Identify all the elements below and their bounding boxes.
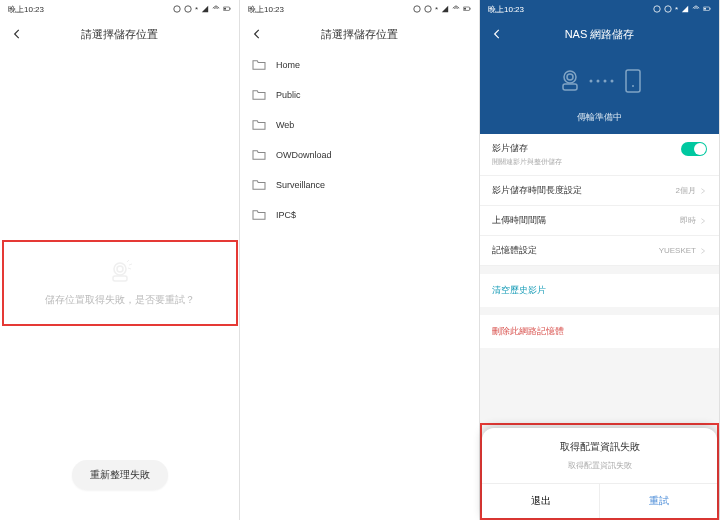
svg-point-19 (567, 74, 573, 80)
refresh-fail-button[interactable]: 重新整理失敗 (72, 460, 168, 490)
sheet-title: 取得配置資訊失敗 (482, 440, 717, 454)
svg-rect-11 (470, 8, 471, 10)
status-bar: 晚上10:23 * (0, 0, 239, 18)
svg-rect-20 (563, 84, 577, 90)
svg-point-14 (665, 6, 671, 12)
status-time: 晚上10:23 (488, 4, 524, 15)
chevron-right-icon (699, 247, 707, 255)
folder-label: OWDownload (276, 150, 332, 160)
folder-label: Public (276, 90, 301, 100)
screen-3-header: 晚上10:23 * NAS 網路儲存 傳輸準備中 (480, 0, 719, 134)
page-title: NAS 網路儲存 (565, 27, 635, 42)
svg-point-6 (117, 266, 123, 272)
svg-point-9 (425, 6, 431, 12)
folder-label: Home (276, 60, 300, 70)
chevron-right-icon (699, 187, 707, 195)
folder-label: Web (276, 120, 294, 130)
setting-label: 影片儲存時間長度設定 (492, 184, 582, 197)
chevron-right-icon (699, 217, 707, 225)
back-button[interactable] (250, 18, 264, 50)
svg-rect-17 (704, 8, 706, 10)
svg-point-0 (174, 6, 180, 12)
setting-label: 影片儲存 (492, 142, 562, 155)
setting-device[interactable]: 記憶體設定 YUESKET (480, 236, 719, 266)
setting-value: YUESKET (659, 246, 696, 255)
dots-icon (588, 78, 618, 84)
title-bar: NAS 網路儲存 (480, 18, 719, 50)
screen-2: 晚上10:23 * 請選擇儲存位置 Home Public Web OWDown… (240, 0, 480, 520)
screen-1-body: 儲存位置取得失敗，是否要重試？ 重新整理失敗 (0, 50, 239, 520)
svg-point-24 (610, 79, 613, 82)
svg-rect-16 (710, 8, 711, 10)
transfer-status: 傳輸準備中 (480, 111, 719, 134)
status-time: 晚上10:23 (248, 4, 284, 15)
status-bar: 晚上10:23 * (240, 0, 479, 18)
status-bar: 晚上10:23 * (480, 0, 719, 18)
svg-point-1 (185, 6, 191, 12)
sheet-subtitle: 取得配置資訊失敗 (482, 460, 717, 471)
clear-history-link[interactable]: 清空歷史影片 (480, 274, 719, 307)
page-title: 請選擇儲存位置 (81, 27, 158, 42)
setting-label: 記憶體設定 (492, 244, 537, 257)
back-button[interactable] (10, 18, 24, 50)
title-bar: 請選擇儲存位置 (240, 18, 479, 50)
setting-subtitle: 開關連影片與整併儲存 (492, 157, 562, 167)
title-bar: 請選擇儲存位置 (0, 18, 239, 50)
svg-rect-25 (626, 70, 640, 92)
bottom-sheet: 取得配置資訊失敗 取得配置資訊失敗 退出 重試 (482, 428, 717, 518)
bottom-sheet-highlight: 取得配置資訊失敗 取得配置資訊失敗 退出 重試 (480, 423, 719, 520)
retry-button[interactable]: 重試 (599, 484, 717, 518)
settings-list: 影片儲存 開關連影片與整併儲存 影片儲存時間長度設定 2個月 上傳時間間隔 即時… (480, 134, 719, 348)
setting-value: 2個月 (676, 185, 696, 196)
svg-point-13 (654, 6, 660, 12)
error-message: 儲存位置取得失敗，是否要重試？ (45, 293, 195, 307)
svg-rect-4 (224, 8, 226, 10)
nas-icon (624, 68, 642, 94)
svg-rect-3 (230, 8, 231, 10)
delete-storage-link[interactable]: 刪除此網路記憶體 (480, 315, 719, 348)
folder-item[interactable]: Surveillance (240, 170, 479, 200)
page-title: 請選擇儲存位置 (321, 27, 398, 42)
setting-label: 上傳時間間隔 (492, 214, 546, 227)
svg-point-23 (603, 79, 606, 82)
exit-button[interactable]: 退出 (482, 484, 599, 518)
camera-illustration (105, 259, 135, 285)
status-icons: * (173, 5, 231, 14)
transfer-illustration (480, 50, 719, 111)
svg-point-22 (596, 79, 599, 82)
camera-icon (558, 68, 582, 94)
screen-1: 晚上10:23 * 請選擇儲存位置 儲存位置取得失敗，是否要重試？ 重新整理失敗 (0, 0, 240, 520)
back-button[interactable] (490, 18, 504, 50)
folder-item[interactable]: Home (240, 50, 479, 80)
svg-point-8 (414, 6, 420, 12)
folder-item[interactable]: OWDownload (240, 140, 479, 170)
setting-upload-interval[interactable]: 上傳時間間隔 即時 (480, 206, 719, 236)
folder-list: Home Public Web OWDownload Surveillance … (240, 50, 479, 520)
status-icons: * (653, 5, 711, 14)
status-icons: * (413, 5, 471, 14)
folder-item[interactable]: IPC$ (240, 200, 479, 230)
setting-video-storage[interactable]: 影片儲存 開關連影片與整併儲存 (480, 134, 719, 176)
svg-point-18 (564, 71, 576, 83)
screen-3: 晚上10:23 * NAS 網路儲存 傳輸準備中 影片儲 (480, 0, 720, 520)
folder-item[interactable]: Public (240, 80, 479, 110)
folder-label: IPC$ (276, 210, 296, 220)
folder-item[interactable]: Web (240, 110, 479, 140)
error-highlight: 儲存位置取得失敗，是否要重試？ (2, 240, 238, 326)
setting-duration[interactable]: 影片儲存時間長度設定 2個月 (480, 176, 719, 206)
status-time: 晚上10:23 (8, 4, 44, 15)
svg-rect-12 (464, 8, 466, 10)
svg-point-26 (632, 85, 634, 87)
svg-rect-7 (113, 276, 127, 281)
folder-label: Surveillance (276, 180, 325, 190)
svg-point-21 (589, 79, 592, 82)
svg-point-5 (114, 263, 126, 275)
setting-value: 即時 (680, 215, 696, 226)
toggle-on[interactable] (681, 142, 707, 156)
